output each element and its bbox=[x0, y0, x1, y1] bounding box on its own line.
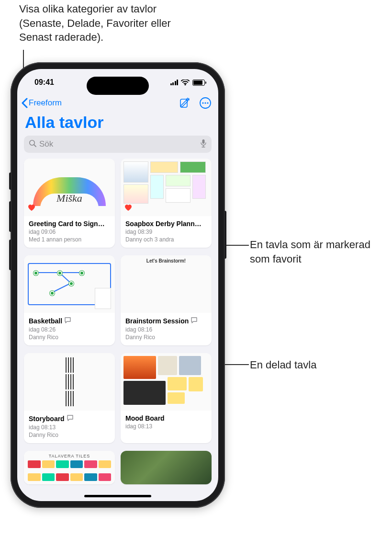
compose-button[interactable] bbox=[179, 97, 190, 109]
svg-point-4 bbox=[207, 102, 208, 103]
board-card[interactable]: Basketball idag 08:26 Danny Rico bbox=[24, 255, 115, 345]
board-title: Storyboard bbox=[29, 415, 65, 423]
board-card[interactable] bbox=[121, 451, 212, 484]
board-sub: Danny Rico bbox=[125, 334, 207, 341]
phone-screen: 09:41 Freeform bbox=[17, 69, 218, 501]
board-meta: Storyboard idag 08:13 Danny Rico bbox=[24, 411, 115, 443]
mic-icon[interactable] bbox=[200, 139, 207, 149]
cellular-icon bbox=[170, 80, 179, 85]
board-time: idag 08:39 bbox=[125, 229, 207, 235]
callout-shared: En delad tavla bbox=[250, 358, 374, 372]
board-meta: Basketball idag 08:26 Danny Rico bbox=[24, 313, 115, 345]
board-meta: Soapbox Derby Plann… idag 08:39 Danny oc… bbox=[121, 216, 212, 248]
board-thumbnail bbox=[121, 451, 212, 484]
board-card[interactable]: Storyboard idag 08:13 Danny Rico bbox=[24, 353, 115, 443]
board-time: idag 08:13 bbox=[125, 423, 207, 430]
board-meta: Mood Board idag 08:13 bbox=[121, 411, 212, 435]
board-card[interactable]: TALAVERA TILES bbox=[24, 451, 115, 484]
search-bar[interactable] bbox=[24, 136, 212, 153]
boards-grid: Miška Greeting Card to Sign… idag 09:06 … bbox=[17, 159, 218, 484]
battery-icon bbox=[192, 80, 205, 86]
board-time: idag 08:16 bbox=[125, 326, 207, 333]
callout-top-text: Visa olika kategorier av tavlor (Senaste… bbox=[19, 3, 171, 43]
board-card[interactable]: Soapbox Derby Plann… idag 08:39 Danny oc… bbox=[121, 159, 212, 248]
status-right bbox=[170, 80, 205, 86]
board-meta: Greeting Card to Sign… idag 09:06 Med 1 … bbox=[24, 216, 115, 248]
board-thumbnail bbox=[24, 255, 115, 313]
board-time: idag 08:26 bbox=[29, 326, 110, 333]
callout-favorite: En tavla som är markerad som favorit bbox=[250, 238, 384, 266]
nav-bar: Freeform bbox=[17, 96, 218, 113]
thumb-title: TALAVERA TILES bbox=[49, 454, 90, 458]
page-title: Alla tavlor bbox=[17, 113, 218, 136]
board-sub: Med 1 annan person bbox=[29, 236, 110, 243]
svg-line-6 bbox=[34, 145, 36, 147]
back-button[interactable]: Freeform bbox=[21, 98, 62, 108]
board-thumbnail bbox=[24, 353, 115, 411]
status-time: 09:41 bbox=[34, 78, 54, 87]
board-thumbnail: Miška bbox=[24, 159, 115, 216]
board-title: Basketball bbox=[29, 317, 62, 325]
callout-shared-text: En delad tavla bbox=[250, 359, 316, 371]
chat-bubble-icon bbox=[67, 414, 74, 423]
search-icon bbox=[29, 139, 36, 149]
wifi-icon bbox=[181, 80, 190, 86]
home-indicator bbox=[84, 495, 151, 497]
svg-point-2 bbox=[202, 102, 203, 103]
board-title: Greeting Card to Sign… bbox=[29, 220, 105, 228]
volume-down-button bbox=[9, 240, 11, 270]
power-button bbox=[224, 211, 226, 259]
chat-bubble-icon bbox=[190, 317, 198, 325]
nav-right bbox=[179, 97, 212, 109]
board-thumbnail: Let's Brainstorm! bbox=[121, 255, 212, 313]
thumb-title: Let's Brainstorm! bbox=[146, 258, 186, 263]
board-time: idag 09:06 bbox=[29, 229, 110, 235]
board-time: idag 08:13 bbox=[29, 424, 110, 431]
board-sub: Danny Rico bbox=[29, 432, 110, 438]
side-button bbox=[9, 172, 11, 190]
board-card[interactable]: Mood Board idag 08:13 bbox=[121, 353, 212, 443]
chevron-left-icon bbox=[21, 98, 28, 108]
svg-rect-7 bbox=[202, 139, 205, 144]
heart-icon bbox=[28, 204, 35, 213]
search-input[interactable] bbox=[39, 139, 197, 149]
svg-point-3 bbox=[204, 102, 206, 103]
chat-bubble-icon bbox=[64, 317, 71, 325]
board-title: Brainstorm Session bbox=[125, 317, 189, 325]
dynamic-island bbox=[87, 77, 149, 95]
board-card[interactable]: Let's Brainstorm! Brainstorm Session bbox=[121, 255, 212, 345]
back-label: Freeform bbox=[29, 98, 62, 108]
board-thumbnail bbox=[121, 353, 212, 411]
board-thumbnail: TALAVERA TILES bbox=[24, 451, 115, 484]
board-sub: Danny och 3 andra bbox=[125, 236, 207, 243]
board-thumbnail bbox=[121, 159, 212, 216]
volume-up-button bbox=[9, 201, 11, 232]
svg-line-11 bbox=[52, 283, 71, 293]
board-title: Mood Board bbox=[125, 414, 165, 422]
board-meta: Brainstorm Session idag 08:16 Danny Rico bbox=[121, 313, 212, 345]
phone-frame: 09:41 Freeform bbox=[11, 62, 225, 508]
board-title: Soapbox Derby Plann… bbox=[125, 220, 202, 228]
more-button[interactable] bbox=[199, 97, 212, 109]
board-card[interactable]: Miška Greeting Card to Sign… idag 09:06 … bbox=[24, 159, 115, 248]
heart-icon bbox=[124, 204, 132, 213]
board-sub: Danny Rico bbox=[29, 334, 110, 341]
callout-favorite-text: En tavla som är markerad som favorit bbox=[250, 239, 370, 265]
callout-top: Visa olika kategorier av tavlor (Senaste… bbox=[19, 2, 201, 45]
